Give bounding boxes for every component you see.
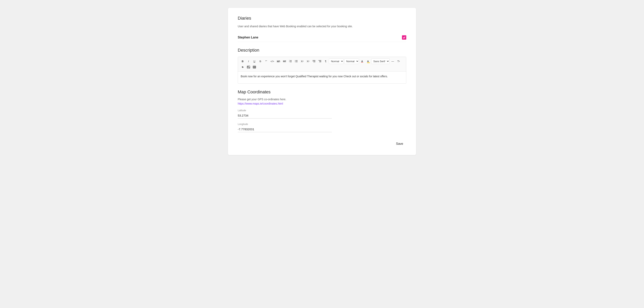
- description-section: Description B I U S “” </> H1 H2: [238, 48, 406, 84]
- checkmark-icon: [403, 36, 406, 39]
- map-link[interactable]: https://www.maps.ie/coordinates.html: [238, 102, 406, 105]
- superscript-button[interactable]: X2: [305, 59, 311, 64]
- svg-point-10: [295, 61, 295, 61]
- size-select[interactable]: Normal: [344, 59, 359, 64]
- page-wrapper: Diaries User and shared diaries that hav…: [228, 8, 416, 159]
- longitude-input[interactable]: [238, 126, 332, 132]
- svg-rect-12: [312, 60, 315, 61]
- longitude-field-group: Longitude: [238, 123, 332, 132]
- diaries-title: Diaries: [238, 16, 406, 21]
- diaries-section: Diaries User and shared diaries that hav…: [238, 16, 406, 42]
- paragraph-button[interactable]: ¶: [323, 59, 328, 64]
- subscript-sub: 2: [302, 60, 304, 62]
- format-select[interactable]: Normal: [329, 59, 344, 64]
- latitude-label: Latitude: [238, 109, 332, 112]
- underline-button[interactable]: U: [252, 59, 257, 64]
- card-footer: Save: [238, 137, 406, 147]
- latitude-input[interactable]: [238, 113, 332, 119]
- unordered-list-button[interactable]: [294, 59, 299, 64]
- clear-format-sub: x: [399, 60, 400, 62]
- code-button[interactable]: </>: [269, 59, 275, 64]
- save-button[interactable]: Save: [393, 140, 406, 147]
- indent-icon: [312, 60, 316, 63]
- image-icon: [247, 66, 250, 69]
- table-button[interactable]: [252, 64, 257, 70]
- outdent-icon: [318, 60, 322, 63]
- h1-button[interactable]: H1: [276, 59, 282, 64]
- toolbar-row-1: B I U S “” </> H1 H2: [240, 59, 404, 70]
- font-color-button[interactable]: A: [360, 59, 365, 64]
- unordered-list-icon: [295, 60, 298, 63]
- ordered-list-button[interactable]: 1 2 3: [288, 59, 293, 64]
- bold-button[interactable]: B: [240, 59, 245, 64]
- latitude-field-group: Latitude: [238, 109, 332, 119]
- superscript-sup: 2: [308, 60, 310, 62]
- svg-rect-13: [314, 61, 315, 61]
- divider-button[interactable]: —: [390, 59, 396, 64]
- highlight-underline-icon: [367, 62, 370, 63]
- diary-name: Stephen Lane: [238, 36, 258, 39]
- main-card: Diaries User and shared diaries that hav…: [228, 8, 416, 155]
- blockquote-button[interactable]: “”: [264, 59, 269, 64]
- svg-rect-16: [318, 60, 321, 61]
- map-description: Please get your GPS co-ordinates here.: [238, 98, 406, 101]
- diary-checkbox[interactable]: [402, 35, 406, 40]
- link-icon: [241, 66, 244, 69]
- italic-button[interactable]: I: [246, 59, 251, 64]
- longitude-label: Longitude: [238, 123, 332, 126]
- link-button[interactable]: [240, 64, 245, 70]
- editor-toolbar: B I U S “” </> H1 H2: [238, 57, 406, 72]
- svg-rect-18: [319, 62, 321, 62]
- map-coordinates-title: Map Coordinates: [238, 90, 406, 95]
- h2-button[interactable]: H2: [282, 59, 287, 64]
- map-coordinates-section: Map Coordinates Please get your GPS co-o…: [238, 90, 406, 132]
- svg-rect-14: [314, 62, 315, 62]
- diary-row: Stephen Lane: [238, 33, 406, 42]
- svg-text:3: 3: [289, 61, 290, 62]
- svg-point-11: [295, 62, 295, 62]
- outdent-button[interactable]: [317, 59, 322, 64]
- ordered-list-icon: 1 2 3: [289, 60, 292, 63]
- image-button[interactable]: [246, 64, 251, 70]
- highlight-button[interactable]: A: [365, 59, 371, 64]
- svg-point-9: [295, 60, 295, 61]
- svg-rect-20: [367, 62, 370, 63]
- table-icon: [253, 66, 256, 69]
- indent-button[interactable]: [311, 59, 317, 64]
- rich-text-editor: B I U S “” </> H1 H2: [238, 57, 406, 84]
- svg-rect-23: [253, 66, 256, 68]
- strikethrough-button[interactable]: S: [258, 59, 263, 64]
- h2-sub: 2: [285, 60, 286, 62]
- highlight-icon: A: [367, 60, 369, 63]
- subscript-button[interactable]: X2: [300, 59, 305, 64]
- h1-sub: 1: [279, 60, 280, 62]
- svg-marker-19: [321, 61, 321, 62]
- description-title: Description: [238, 48, 406, 53]
- diaries-description: User and shared diaries that have Web Bo…: [238, 25, 406, 28]
- clear-format-button[interactable]: Tx: [396, 59, 401, 64]
- svg-marker-15: [312, 61, 313, 62]
- editor-content[interactable]: Book now for an experience you won't for…: [238, 72, 406, 83]
- font-family-select[interactable]: Sans Serif: [371, 59, 390, 64]
